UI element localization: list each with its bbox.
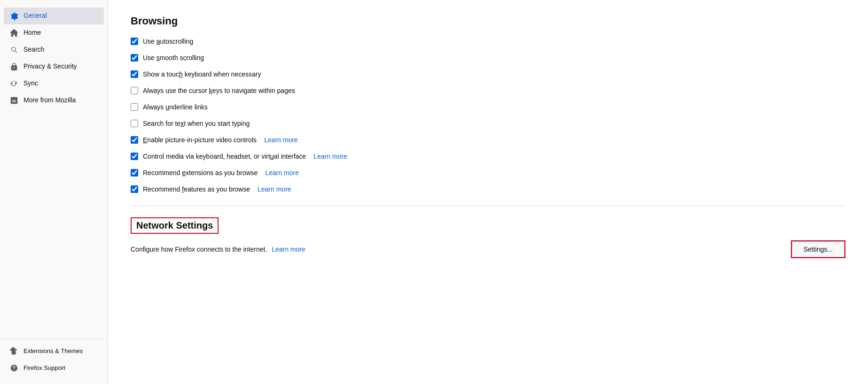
pip-checkbox[interactable] <box>131 136 138 144</box>
underline-s: s <box>156 54 160 61</box>
media-control-checkbox[interactable] <box>131 153 138 160</box>
sidebar-item-sync[interactable]: Sync <box>4 75 104 92</box>
underline-links-label[interactable]: Always underline links <box>143 102 208 112</box>
sidebar-item-extensions-label: Extensions & Themes <box>23 347 83 355</box>
smooth-scrolling-label[interactable]: Use smooth scrolling <box>143 53 204 63</box>
checkbox-pip: Enable picture-in-picture video controls… <box>131 135 845 145</box>
gear-icon <box>9 11 19 21</box>
checkbox-touch-keyboard: Show a touch keyboard when necessary <box>131 69 845 79</box>
sidebar-item-privacy-label: Privacy & Security <box>23 62 77 71</box>
underline-e: E <box>143 136 147 144</box>
network-settings-title: Network Settings <box>136 220 213 231</box>
mozilla-icon: m <box>9 96 19 105</box>
network-settings-row: Configure how Firefox connects to the in… <box>131 240 845 258</box>
network-settings-description: Configure how Firefox connects to the in… <box>131 246 780 253</box>
touch-keyboard-checkbox[interactable] <box>131 70 138 78</box>
recommend-features-checkbox[interactable] <box>131 185 138 193</box>
checkbox-recommend-extensions: Recommend extensions as you browse Learn… <box>131 168 845 178</box>
settings-button-box: Settings... <box>791 240 845 258</box>
underline-a: a <box>156 38 160 45</box>
underline-e2: e <box>182 169 186 177</box>
network-settings-title-box: Network Settings <box>131 217 219 234</box>
sidebar: General Home Search <box>0 0 108 384</box>
search-text-label[interactable]: Search for text when you start typing <box>143 119 250 129</box>
recommend-extensions-label[interactable]: Recommend extensions as you browse <box>143 168 258 178</box>
search-icon <box>9 45 19 54</box>
underline-k: k <box>209 87 212 94</box>
sidebar-item-support[interactable]: Firefox Support <box>4 360 104 376</box>
underline-u: u <box>165 103 169 111</box>
sidebar-item-search[interactable]: Search <box>4 41 104 58</box>
pip-label[interactable]: Enable picture-in-picture video controls <box>143 135 257 145</box>
checkbox-underline-links: Always underline links <box>131 102 845 112</box>
search-text-checkbox[interactable] <box>131 120 138 127</box>
checkbox-media-control: Control media via keyboard, headset, or … <box>131 152 845 161</box>
recommend-features-learn-more-link[interactable]: Learn more <box>258 184 291 194</box>
puzzle-icon <box>9 346 19 356</box>
media-control-learn-more-link[interactable]: Learn more <box>313 152 347 161</box>
underline-x: x <box>180 120 184 127</box>
checkbox-recommend-features: Recommend features as you browse Learn m… <box>131 184 845 194</box>
sidebar-item-sync-label: Sync <box>23 79 38 88</box>
sidebar-item-mozilla-label: More from Mozilla <box>23 96 76 105</box>
autoscrolling-label[interactable]: Use autoscrolling <box>143 37 193 46</box>
sidebar-item-extensions[interactable]: Extensions & Themes <box>4 343 104 360</box>
cursor-keys-label[interactable]: Always use the cursor keys to navigate w… <box>143 86 295 96</box>
sidebar-nav: General Home Search <box>0 8 108 338</box>
sidebar-bottom: Extensions & Themes Firefox Support <box>0 338 108 384</box>
lock-icon <box>9 62 19 71</box>
pip-learn-more-link[interactable]: Learn more <box>264 135 298 145</box>
sidebar-item-home-label: Home <box>23 28 41 38</box>
svg-text:m: m <box>12 99 16 103</box>
sidebar-item-mozilla[interactable]: m More from Mozilla <box>4 92 104 109</box>
recommend-extensions-learn-more-link[interactable]: Learn more <box>265 168 299 178</box>
recommend-extensions-checkbox[interactable] <box>131 169 138 177</box>
sidebar-item-general[interactable]: General <box>4 8 104 24</box>
autoscrolling-checkbox[interactable] <box>131 38 138 45</box>
sidebar-item-support-label: Firefox Support <box>23 364 65 372</box>
smooth-scrolling-checkbox[interactable] <box>131 54 138 61</box>
recommend-features-label[interactable]: Recommend features as you browse <box>143 184 250 194</box>
underline-f: f <box>182 185 184 193</box>
sidebar-item-search-label: Search <box>23 45 44 54</box>
media-control-label[interactable]: Control media via keyboard, headset, or … <box>143 152 306 161</box>
underline-h: h <box>179 70 183 78</box>
sidebar-item-home[interactable]: Home <box>4 24 104 41</box>
touch-keyboard-label[interactable]: Show a touch keyboard when necessary <box>143 69 261 79</box>
help-icon <box>9 363 19 373</box>
underline-links-checkbox[interactable] <box>131 103 138 111</box>
browsing-title: Browsing <box>131 15 845 27</box>
network-settings-button[interactable]: Settings... <box>792 241 845 257</box>
home-icon <box>9 28 19 38</box>
sync-icon <box>9 79 19 88</box>
checkbox-cursor-keys: Always use the cursor keys to navigate w… <box>131 86 845 96</box>
main-content: Browsing Use autoscrolling Use smooth sc… <box>108 0 868 384</box>
checkbox-autoscrolling: Use autoscrolling <box>131 37 845 46</box>
checkbox-search-text: Search for text when you start typing <box>131 119 845 129</box>
network-learn-more-link[interactable]: Learn more <box>272 246 305 253</box>
underline-u2: u <box>270 153 274 160</box>
sidebar-item-general-label: General <box>23 11 47 21</box>
section-divider <box>131 206 845 206</box>
sidebar-item-privacy[interactable]: Privacy & Security <box>4 58 104 75</box>
checkbox-smooth-scrolling: Use smooth scrolling <box>131 53 845 63</box>
cursor-keys-checkbox[interactable] <box>131 87 138 94</box>
